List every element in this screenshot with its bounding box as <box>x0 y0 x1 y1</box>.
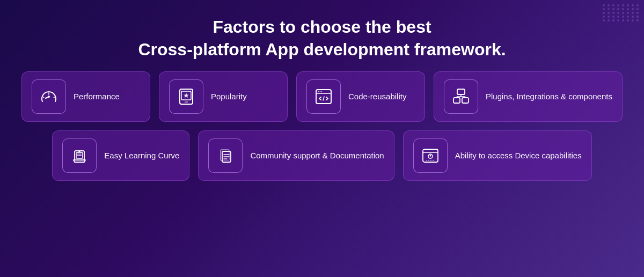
docs-icon <box>208 138 243 173</box>
performance-icon <box>32 79 66 114</box>
svg-point-8 <box>187 101 188 103</box>
svg-point-0 <box>48 96 50 98</box>
card-device-capabilities: Ability to access Device capabilities <box>403 130 592 181</box>
learning-icon <box>62 138 97 173</box>
card-performance: Performance <box>21 71 150 122</box>
code-icon <box>306 79 341 114</box>
svg-rect-14 <box>457 89 465 94</box>
community-label: Community support & Documentation <box>250 150 384 161</box>
device-icon <box>413 138 448 173</box>
svg-point-33 <box>429 155 431 157</box>
code-label: Code-reusability <box>348 91 406 102</box>
card-code-reusability: Code-reusability <box>296 71 425 122</box>
device-label: Ability to access Device capabilities <box>455 150 582 161</box>
card-plugins: Plugins, Integrations & components <box>434 71 623 122</box>
svg-point-36 <box>430 160 431 161</box>
plugins-icon <box>444 79 478 114</box>
svg-point-6 <box>185 101 186 103</box>
svg-line-13 <box>323 97 324 100</box>
svg-line-2 <box>43 97 44 98</box>
card-popularity: Popularity <box>159 71 288 122</box>
svg-point-37 <box>433 160 434 161</box>
svg-point-35 <box>428 160 429 161</box>
svg-rect-15 <box>453 98 460 103</box>
learning-label: Easy Learning Curve <box>104 150 179 161</box>
svg-point-11 <box>318 91 319 92</box>
cards-container: Performance Popularity <box>0 71 644 181</box>
svg-line-3 <box>54 97 55 98</box>
title-section: Factors to choose the best Cross-platfor… <box>0 0 644 71</box>
page-title: Factors to choose the best Cross-platfor… <box>11 16 633 61</box>
cards-row-2: Easy Learning Curve Community support & … <box>21 130 623 181</box>
svg-rect-16 <box>462 98 469 103</box>
svg-point-7 <box>186 101 187 103</box>
decorative-dots <box>603 4 640 21</box>
performance-label: Performance <box>74 91 120 102</box>
card-community-support: Community support & Documentation <box>198 130 394 181</box>
popularity-icon <box>169 79 203 114</box>
svg-point-12 <box>320 91 321 92</box>
card-learning-curve: Easy Learning Curve <box>52 130 189 181</box>
popularity-label: Popularity <box>211 91 247 102</box>
plugins-label: Plugins, Integrations & components <box>486 91 612 102</box>
cards-row-1: Performance Popularity <box>21 71 623 122</box>
svg-point-34 <box>426 160 427 161</box>
